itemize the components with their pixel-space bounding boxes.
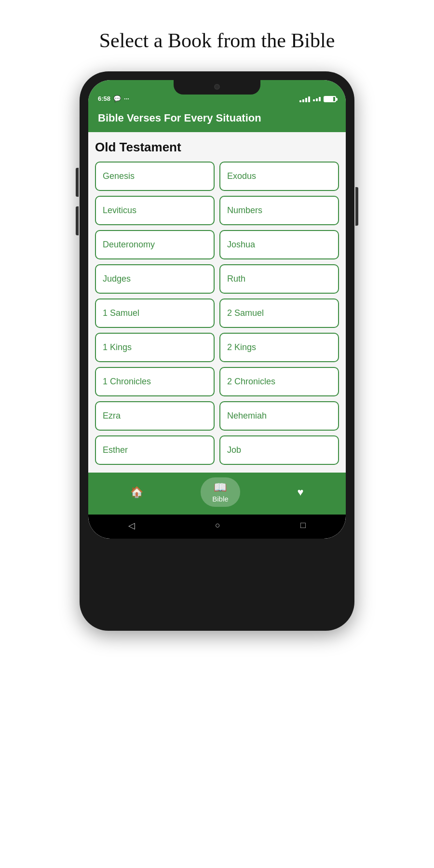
recents-button[interactable]: □ bbox=[300, 520, 306, 531]
section-title: Old Testament bbox=[95, 140, 339, 155]
favorites-icon: ♥ bbox=[298, 486, 304, 499]
phone-frame: 6:58 💬 ··· bbox=[80, 71, 354, 631]
home-icon: 🏠 bbox=[130, 486, 143, 499]
books-grid: GenesisExodusLeviticusNumbersDeuteronomy… bbox=[95, 162, 339, 465]
phone-screen: 6:58 💬 ··· bbox=[88, 80, 346, 539]
bottom-nav: 🏠 📖 Bible ♥ bbox=[88, 473, 346, 515]
notch bbox=[174, 80, 260, 95]
book-button-2chronicles[interactable]: 2 Chronicles bbox=[219, 367, 339, 396]
book-button-ruth[interactable]: Ruth bbox=[219, 264, 339, 294]
book-button-judges[interactable]: Judges bbox=[95, 264, 215, 294]
more-dots: ··· bbox=[124, 95, 129, 102]
status-right bbox=[299, 96, 336, 102]
power-button bbox=[355, 187, 358, 226]
book-button-1samuel[interactable]: 1 Samuel bbox=[95, 298, 215, 328]
app-title: Bible Verses For Every Situation bbox=[98, 112, 336, 124]
volume-down-button bbox=[76, 206, 79, 235]
battery-icon bbox=[324, 96, 336, 102]
book-button-job[interactable]: Job bbox=[219, 435, 339, 465]
volume-up-button bbox=[76, 168, 79, 197]
status-left: 6:58 💬 ··· bbox=[98, 95, 129, 102]
bible-icon: 📖 bbox=[214, 481, 227, 494]
book-button-genesis[interactable]: Genesis bbox=[95, 162, 215, 191]
nav-bible[interactable]: 📖 Bible bbox=[201, 477, 240, 507]
book-button-numbers[interactable]: Numbers bbox=[219, 196, 339, 225]
page-title: Select a Book from the Bible bbox=[99, 29, 335, 52]
book-button-1chronicles[interactable]: 1 Chronicles bbox=[95, 367, 215, 396]
nav-favorites[interactable]: ♥ bbox=[290, 483, 312, 502]
signal-icon-2 bbox=[313, 97, 321, 101]
app-header: Bible Verses For Every Situation bbox=[88, 105, 346, 132]
book-button-deuteronomy[interactable]: Deuteronomy bbox=[95, 230, 215, 259]
book-button-leviticus[interactable]: Leviticus bbox=[95, 196, 215, 225]
nav-home[interactable]: 🏠 bbox=[122, 483, 151, 502]
bible-label: Bible bbox=[212, 495, 228, 503]
home-button[interactable]: ○ bbox=[215, 520, 220, 531]
time-display: 6:58 bbox=[98, 95, 110, 102]
book-button-nehemiah[interactable]: Nehemiah bbox=[219, 401, 339, 431]
book-button-2kings[interactable]: 2 Kings bbox=[219, 333, 339, 362]
book-button-joshua[interactable]: Joshua bbox=[219, 230, 339, 259]
book-button-2samuel[interactable]: 2 Samuel bbox=[219, 298, 339, 328]
message-icon: 💬 bbox=[113, 95, 121, 102]
android-nav-bar: ◁ ○ □ bbox=[88, 515, 346, 539]
back-button[interactable]: ◁ bbox=[128, 520, 135, 531]
content-area: Old Testament GenesisExodusLeviticusNumb… bbox=[88, 132, 346, 473]
camera bbox=[214, 84, 220, 90]
book-button-ezra[interactable]: Ezra bbox=[95, 401, 215, 431]
signal-icon bbox=[299, 96, 310, 102]
book-button-1kings[interactable]: 1 Kings bbox=[95, 333, 215, 362]
book-button-exodus[interactable]: Exodus bbox=[219, 162, 339, 191]
book-button-esther[interactable]: Esther bbox=[95, 435, 215, 465]
status-bar: 6:58 💬 ··· bbox=[88, 80, 346, 105]
